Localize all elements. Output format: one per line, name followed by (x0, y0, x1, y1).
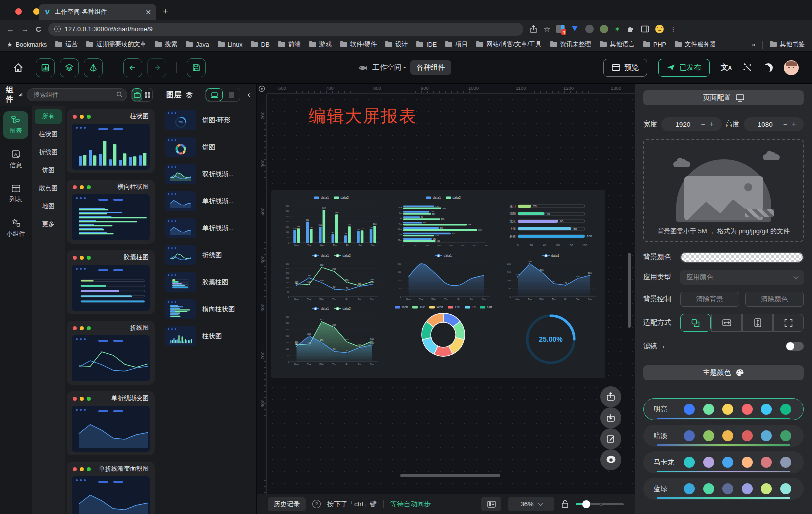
bookmark-item[interactable]: 前端 (278, 40, 301, 49)
theme-row-蓝绿[interactable]: 蓝绿 (644, 478, 804, 500)
component-card-柱状图[interactable]: 柱状图 (67, 109, 155, 173)
app-type-select[interactable]: 应用颜色 (680, 270, 804, 285)
category-所有[interactable]: 所有 (35, 109, 62, 124)
bookmark-star-icon[interactable]: ☆ (544, 25, 550, 34)
theme-color-dot[interactable] (684, 457, 695, 468)
canvas-chart-line-two[interactable]: data1data2050100150200250300350MonTueWed… (276, 252, 388, 305)
ruler-corner[interactable] (257, 84, 267, 94)
component-card-单折线渐变图[interactable]: 单折线渐变图 (67, 391, 155, 455)
save-button[interactable] (187, 58, 206, 77)
list-view-toggle[interactable] (223, 88, 240, 101)
theme-color-dot[interactable] (742, 430, 753, 441)
category-地图[interactable]: 地图 (35, 199, 62, 214)
collapse-panel-icon[interactable]: ‹ (248, 90, 250, 100)
layer-item[interactable]: 胶囊柱图 (166, 272, 252, 292)
lock-icon[interactable] (562, 500, 569, 508)
canvas-chart-line-two-area[interactable]: data1data2050100150200250300350MonTueWed… (276, 305, 388, 373)
decrement-icon[interactable]: − (700, 120, 706, 128)
theme-color-dot[interactable] (742, 457, 753, 468)
slider-knob[interactable] (582, 500, 590, 508)
theme-row-暗淡[interactable]: 暗淡 (644, 425, 804, 447)
clear-background-button[interactable]: 清除背景 (680, 292, 740, 307)
height-value[interactable]: 1080 (749, 121, 782, 128)
vertical-scrollbar[interactable] (628, 253, 631, 328)
component-card-折线图[interactable]: 折线图 (67, 321, 155, 385)
theme-color-dot[interactable] (780, 430, 792, 441)
address-bar[interactable]: i 127.0.0.1:3000/#/chart/home/9 (48, 23, 524, 36)
sidebar-nav-列表[interactable]: 列表 (4, 180, 28, 207)
theme-color-dot[interactable] (722, 483, 734, 494)
legend-item[interactable]: Mon (395, 305, 408, 309)
back-icon[interactable]: ← (7, 25, 14, 33)
zoom-slider[interactable] (576, 500, 624, 508)
theme-row-马卡龙[interactable]: 马卡龙 (644, 451, 804, 473)
theme-color-dot[interactable] (761, 457, 772, 468)
width-value[interactable]: 1920 (666, 121, 700, 128)
legend-item[interactable]: Tue (412, 305, 425, 309)
theme-color-dot[interactable] (704, 430, 714, 441)
layers-panel-toggle-button[interactable] (60, 58, 79, 77)
decrement-icon[interactable]: − (782, 120, 789, 128)
bookmark-item[interactable]: IDE (416, 41, 437, 48)
history-button[interactable]: 历史记录 (268, 497, 306, 511)
dark-mode-icon[interactable] (764, 63, 773, 72)
bookmark-item[interactable]: 设计 (386, 40, 408, 49)
bookmark-item[interactable]: Linux (218, 41, 243, 48)
component-card-单折线渐变面积图[interactable]: 单折线渐变面积图 (67, 462, 155, 514)
tab-close-icon[interactable]: ✕ (146, 8, 152, 16)
horizontal-scrollbar[interactable] (400, 474, 500, 477)
component-card-胶囊柱图[interactable]: 胶囊柱图 (67, 250, 155, 314)
bookmark-item[interactable]: Java (186, 41, 209, 48)
category-更多[interactable]: 更多 (35, 217, 62, 232)
category-散点图[interactable]: 散点图 (35, 181, 62, 196)
theme-color-dot[interactable] (780, 404, 792, 415)
theme-color-dot[interactable] (684, 404, 695, 415)
adapt-height-button[interactable] (742, 314, 773, 332)
zoom-select[interactable]: 36% (508, 497, 554, 511)
sidebar-nav-小组件[interactable]: 小组件 (4, 214, 28, 242)
theme-color-dot[interactable] (722, 404, 734, 415)
bookmarks-manager[interactable]: ★ Bookmarks (7, 41, 47, 48)
language-icon[interactable]: 文A (721, 63, 732, 72)
canvas-chart-hbar-grouped[interactable]: data1data2050100150200250300350Sun130160… (388, 194, 500, 252)
canvas-chart-line-smooth[interactable]: data1050100150200MonTueWedThuFriSatSun (388, 252, 500, 305)
layer-item[interactable]: 单折线渐... (166, 191, 252, 211)
adapt-full-button[interactable] (774, 314, 804, 332)
bookmark-item[interactable]: 文件服务器 (675, 40, 716, 49)
height-stepper[interactable]: 1080 − ＋ (744, 117, 804, 131)
legend-item[interactable]: data1 (435, 254, 452, 257)
bookmark-item[interactable]: 资讯未整理 (550, 40, 592, 49)
bookmark-item[interactable]: 近期需要读的文章 (86, 40, 146, 49)
theme-color-dot[interactable] (704, 483, 714, 494)
category-柱状图[interactable]: 柱状图 (35, 127, 62, 142)
legend-item[interactable]: data1 (542, 254, 560, 257)
bookmark-item[interactable]: 搜索 (155, 40, 178, 49)
sidebar-icon[interactable] (641, 25, 650, 33)
theme-color-header[interactable]: 主题颜色 (644, 365, 804, 380)
extension-star-icon[interactable]: ✶ (614, 25, 620, 33)
home-icon[interactable] (13, 62, 24, 73)
extension-gem-icon[interactable] (571, 25, 580, 33)
import-button[interactable] (600, 407, 622, 428)
theme-row-明亮[interactable]: 明亮 (644, 398, 804, 420)
preview-button[interactable]: 预览 (604, 59, 648, 77)
extension-olive-icon[interactable] (600, 25, 608, 33)
increment-icon[interactable]: ＋ (789, 120, 799, 129)
adapt-scale-button[interactable] (680, 314, 711, 332)
chevron-right-icon[interactable]: › (662, 343, 664, 350)
profile-avatar-icon[interactable] (656, 25, 664, 33)
canvas-page-title[interactable]: 编辑大屏报表 (309, 105, 417, 128)
layer-item[interactable]: 单折线渐... (166, 218, 252, 238)
theme-color-dot[interactable] (722, 457, 734, 468)
legend-item[interactable]: Fri (465, 305, 476, 309)
theme-color-dot[interactable] (684, 430, 695, 441)
magic-wand-icon[interactable] (743, 63, 753, 73)
grid-view-toggle[interactable] (142, 88, 152, 101)
bookmark-item[interactable]: 其他语言 (600, 40, 635, 49)
theme-color-dot[interactable] (722, 430, 734, 441)
extension-gesture-icon[interactable]: g (556, 25, 565, 33)
extensions-puzzle-icon[interactable] (626, 25, 635, 33)
help-icon[interactable]: ? (312, 500, 321, 508)
canvas-chart-line-area[interactable]: data1050100150200MonTueWedThuFriSatSun12… (500, 252, 602, 305)
layer-item[interactable]: 横向柱状图 (166, 299, 252, 319)
